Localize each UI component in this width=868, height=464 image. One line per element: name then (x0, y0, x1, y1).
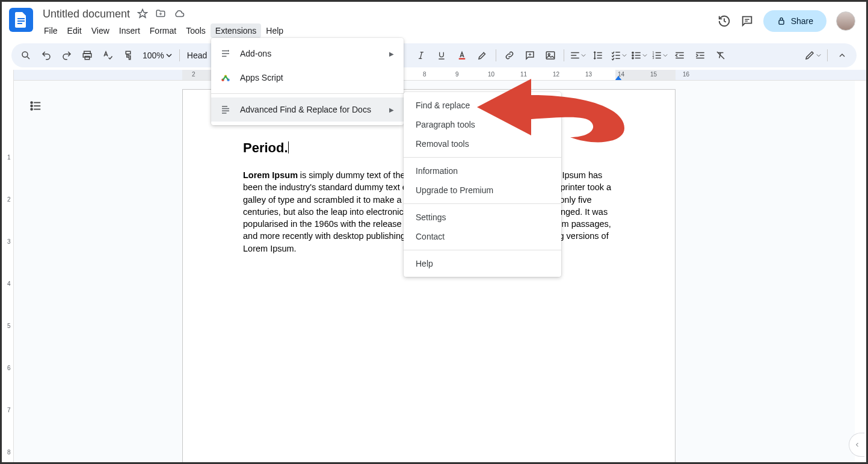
text-color-icon[interactable] (452, 46, 472, 65)
move-icon[interactable] (155, 8, 166, 19)
clear-formatting-icon[interactable] (711, 46, 730, 65)
svg-point-11 (632, 52, 633, 53)
svg-rect-2 (17, 23, 22, 24)
svg-point-18 (31, 105, 32, 107)
search-icon[interactable] (16, 46, 35, 65)
italic-icon[interactable] (411, 46, 431, 65)
menu-apps-script[interactable]: Apps Script (211, 66, 404, 90)
add-comment-icon[interactable] (520, 46, 540, 65)
chevron-right-icon: ▶ (389, 51, 394, 57)
indent-decrease-icon[interactable] (670, 46, 689, 65)
align-icon[interactable] (568, 46, 587, 65)
cloud-icon[interactable] (173, 8, 185, 19)
menu-extensions[interactable]: Extensions (211, 23, 261, 38)
svg-point-19 (31, 108, 32, 110)
share-button[interactable]: Share (763, 10, 826, 32)
menu-addons[interactable]: Add-ons ▶ (211, 42, 404, 66)
submenu-information[interactable]: Information (404, 161, 561, 181)
menu-tools[interactable]: Tools (181, 23, 211, 38)
paint-format-icon[interactable] (119, 46, 138, 65)
menu-view[interactable]: View (87, 23, 114, 38)
svg-point-4 (22, 52, 28, 57)
outline-icon[interactable] (25, 95, 46, 117)
menu-format[interactable]: Format (145, 23, 181, 38)
horizontal-ruler: 2 8 9 10 11 12 13 14 15 16 (14, 70, 866, 81)
image-icon[interactable] (541, 46, 560, 65)
apps-script-icon (220, 72, 232, 83)
submenu-upgrade[interactable]: Upgrade to Premium (404, 181, 561, 200)
star-icon[interactable] (137, 8, 148, 19)
indent-increase-icon[interactable] (691, 46, 710, 65)
numbered-list-icon[interactable]: 123 (650, 46, 669, 65)
print-icon[interactable] (78, 46, 97, 65)
underline-icon[interactable] (432, 46, 451, 65)
menu-insert[interactable]: Insert (114, 23, 145, 38)
toolbar: 100% Head 123 (11, 43, 857, 67)
svg-rect-1 (17, 20, 25, 22)
checklist-icon[interactable] (609, 46, 628, 65)
zoom-select[interactable]: 100% (139, 51, 176, 60)
extensions-dropdown: Add-ons ▶ Apps Script Advanced Find & Re… (211, 38, 404, 125)
doc-title[interactable]: Untitled document (39, 8, 134, 20)
menu-afr[interactable]: Advanced Find & Replace for Docs ▶ (211, 97, 404, 122)
submenu-help[interactable]: Help (404, 254, 561, 273)
style-select[interactable]: Head (183, 51, 211, 60)
svg-point-13 (632, 57, 633, 58)
submenu-find-replace[interactable]: Find & replace (404, 96, 561, 115)
history-icon[interactable] (718, 14, 731, 28)
line-spacing-icon[interactable] (588, 46, 608, 65)
comments-icon[interactable] (740, 14, 754, 28)
addons-icon (220, 48, 232, 59)
editing-mode-icon[interactable] (803, 46, 822, 65)
svg-point-12 (632, 55, 633, 56)
chevron-right-icon: ▶ (389, 107, 394, 113)
docs-logo[interactable] (9, 8, 33, 32)
menu-file[interactable]: File (39, 23, 63, 38)
svg-point-10 (549, 54, 550, 55)
menu-help[interactable]: Help (261, 23, 288, 38)
afr-icon (220, 104, 232, 115)
submenu-removal-tools[interactable]: Removal tools (404, 134, 561, 153)
afr-submenu: Find & replace Paragraph tools Removal t… (404, 92, 561, 277)
highlight-icon[interactable] (473, 46, 492, 65)
svg-rect-9 (547, 52, 555, 59)
share-label: Share (791, 16, 813, 26)
submenu-paragraph-tools[interactable]: Paragraph tools (404, 115, 561, 134)
svg-point-17 (31, 102, 32, 104)
undo-icon[interactable] (37, 46, 56, 65)
vertical-ruler: 12 34 56 78 (2, 70, 14, 464)
submenu-settings[interactable]: Settings (404, 208, 561, 227)
svg-rect-0 (17, 18, 25, 19)
submenu-contact[interactable]: Contact (404, 227, 561, 246)
bulleted-list-icon[interactable] (629, 46, 648, 65)
svg-rect-8 (459, 58, 466, 60)
collapse-icon[interactable] (833, 46, 852, 65)
menu-edit[interactable]: Edit (63, 23, 87, 38)
spellcheck-icon[interactable] (98, 46, 117, 65)
svg-text:3: 3 (652, 56, 654, 60)
svg-rect-3 (779, 20, 784, 25)
avatar[interactable] (836, 11, 855, 31)
redo-icon[interactable] (57, 46, 76, 65)
link-icon[interactable] (500, 46, 519, 65)
